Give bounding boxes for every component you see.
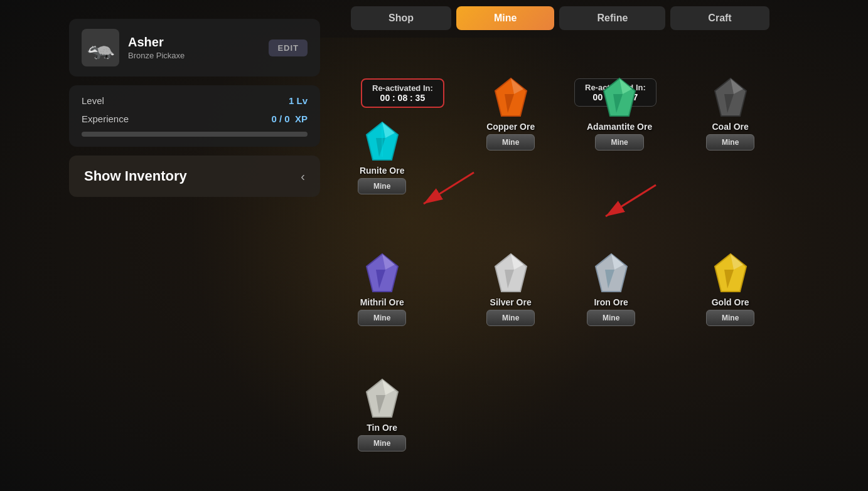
runite-ore-name: Runite Ore	[360, 166, 405, 176]
tin-ore-name: Tin Ore	[367, 423, 397, 433]
experience-value: 0 / 0 XP	[271, 114, 308, 124]
silver-gem	[492, 251, 530, 295]
arrow-adamantite	[587, 179, 662, 229]
chevron-left-icon: ‹	[301, 169, 305, 184]
ore-runite: Runite Ore Mine	[358, 119, 406, 194]
profile-class: Bronze Pickaxe	[128, 51, 260, 60]
ore-adamantite: Adamantite Ore Mine	[587, 75, 652, 150]
tab-refine[interactable]: Refine	[559, 6, 665, 30]
xp-label: XP	[295, 114, 308, 124]
profile-info: Asher Bronze Pickaxe	[128, 35, 260, 60]
mine-copper-button[interactable]: Mine	[486, 134, 535, 150]
tab-craft[interactable]: Craft	[670, 6, 769, 30]
reactivation-timer-value-1: 00 : 08 : 35	[372, 93, 433, 103]
mine-tin-button[interactable]: Mine	[358, 435, 406, 451]
reactivation-label-1: Re-activated In:	[372, 83, 433, 93]
show-inventory-label: Show Inventory	[84, 168, 187, 184]
ore-silver: Silver Ore Mine	[486, 251, 535, 326]
mine-gold-button[interactable]: Mine	[706, 310, 754, 326]
svg-line-5	[424, 172, 474, 204]
xp-progress-bar	[82, 132, 308, 137]
stats-card: Level 1 Lv Experience 0 / 0 XP	[69, 85, 320, 147]
ore-gold: Gold Ore Mine	[706, 251, 754, 326]
mine-iron-button[interactable]: Mine	[587, 310, 635, 326]
coal-gem	[712, 75, 749, 119]
mithril-ore-name: Mithril Ore	[360, 297, 404, 307]
gold-ore-name: Gold Ore	[712, 297, 749, 307]
ore-copper: Copper Ore Mine	[486, 75, 535, 150]
tin-gem	[363, 376, 401, 420]
top-navigation: Shop Mine Refine Craft	[348, 6, 772, 30]
level-value: 1 Lv	[289, 95, 308, 106]
avatar: 🦡	[82, 29, 119, 66]
mithril-gem	[363, 251, 401, 295]
iron-ore-name: Iron Ore	[594, 297, 628, 307]
show-inventory-panel[interactable]: Show Inventory ‹	[69, 156, 320, 197]
copper-ore-name: Copper Ore	[486, 122, 535, 132]
coal-ore-name: Coal Ore	[712, 122, 748, 132]
adamantite-ore-name: Adamantite Ore	[587, 122, 652, 132]
tab-shop[interactable]: Shop	[351, 6, 451, 30]
level-label: Level	[82, 95, 104, 106]
mine-adamantite-button[interactable]: Mine	[595, 134, 643, 150]
svg-line-13	[606, 185, 656, 216]
mine-coal-button[interactable]: Mine	[706, 134, 754, 150]
edit-button[interactable]: EDIT	[269, 40, 308, 56]
level-row: Level 1 Lv	[82, 95, 308, 106]
silver-ore-name: Silver Ore	[490, 297, 532, 307]
xp-amount: 0 / 0	[271, 114, 289, 124]
gold-gem	[712, 251, 749, 295]
profile-name: Asher	[128, 35, 260, 50]
mine-runite-button[interactable]: Mine	[358, 178, 406, 194]
arrow-runite	[405, 166, 480, 216]
iron-gem	[592, 251, 630, 295]
ore-coal: Coal Ore Mine	[706, 75, 754, 150]
copper-gem	[492, 75, 530, 119]
mine-silver-button[interactable]: Mine	[486, 310, 535, 326]
left-panel: 🦡 Asher Bronze Pickaxe EDIT Level 1 Lv E…	[69, 19, 320, 197]
ore-iron: Iron Ore Mine	[587, 251, 635, 326]
experience-label: Experience	[82, 114, 129, 124]
ore-tin: Tin Ore Mine	[358, 376, 406, 451]
runite-gem	[363, 119, 401, 163]
adamantite-gem	[601, 75, 638, 119]
profile-card: 🦡 Asher Bronze Pickaxe EDIT	[69, 19, 320, 77]
tab-mine[interactable]: Mine	[456, 6, 554, 30]
mine-area: Re-activated In: 00 : 08 : 35 Re-activat…	[348, 44, 855, 478]
ore-mithril: Mithril Ore Mine	[358, 251, 406, 326]
reactivation-timer-1: Re-activated In: 00 : 08 : 35	[361, 78, 444, 108]
experience-row: Experience 0 / 0 XP	[82, 114, 308, 124]
mine-mithril-button[interactable]: Mine	[358, 310, 406, 326]
